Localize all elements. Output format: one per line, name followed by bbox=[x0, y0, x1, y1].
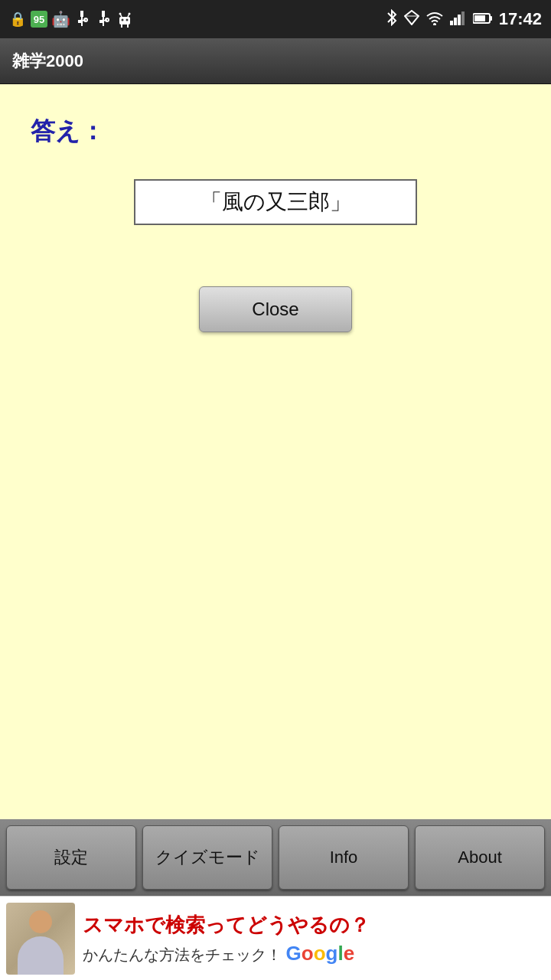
bluetooth-icon bbox=[386, 9, 398, 30]
svg-rect-30 bbox=[490, 16, 492, 21]
ad-content: スマホで検索ってどうやるの？ かんたんな方法をチェック！ Google bbox=[0, 897, 551, 980]
quiz-mode-button[interactable]: クイズモード bbox=[142, 825, 272, 890]
svg-line-11 bbox=[103, 20, 107, 21]
main-content: 答え： 「風の又三郎」 Close bbox=[0, 84, 551, 819]
ad-banner[interactable]: スマホで検索ってどうやるの？ かんたんな方法をチェック！ Google bbox=[0, 896, 551, 980]
wifi-icon bbox=[425, 10, 444, 29]
settings-button[interactable]: 設定 bbox=[6, 825, 136, 890]
answer-box: 「風の又三郎」 bbox=[134, 179, 417, 225]
close-button[interactable]: Close bbox=[199, 286, 352, 332]
diamond-icon bbox=[404, 10, 419, 29]
svg-rect-12 bbox=[119, 17, 130, 24]
svg-point-15 bbox=[122, 19, 124, 21]
android-icon: 🤖 bbox=[52, 11, 69, 28]
svg-rect-24 bbox=[450, 21, 453, 25]
usb2-icon bbox=[95, 11, 112, 28]
app-title: 雑学2000 bbox=[12, 50, 83, 73]
svg-point-19 bbox=[119, 13, 122, 15]
svg-line-5 bbox=[82, 20, 86, 21]
ad-person-image bbox=[6, 903, 75, 975]
ad-subline: かんたんな方法をチェック！ Google bbox=[83, 942, 370, 965]
about-button[interactable]: About bbox=[415, 825, 545, 890]
svg-rect-0 bbox=[80, 11, 83, 17]
svg-rect-27 bbox=[461, 11, 465, 25]
signal-icon bbox=[450, 10, 467, 29]
bottom-nav: 設定 クイズモード Info About bbox=[0, 819, 551, 896]
usb1-icon bbox=[73, 11, 90, 28]
svg-point-16 bbox=[126, 19, 129, 21]
time-display: 17:42 bbox=[499, 9, 542, 29]
android2-icon bbox=[116, 11, 133, 28]
status-icons-right: 17:42 bbox=[386, 9, 542, 30]
info-button[interactable]: Info bbox=[279, 825, 409, 890]
svg-point-23 bbox=[433, 23, 436, 25]
svg-rect-6 bbox=[102, 11, 105, 17]
battery-icon bbox=[473, 11, 493, 28]
title-bar: 雑学2000 bbox=[0, 38, 551, 84]
svg-rect-26 bbox=[458, 15, 461, 25]
google-logo: Google bbox=[286, 942, 355, 965]
svg-rect-25 bbox=[454, 18, 457, 25]
ad-headline: スマホで検索ってどうやるの？ bbox=[83, 912, 370, 939]
status-bar: 🔒 95 🤖 bbox=[0, 0, 551, 38]
status-icons-left: 🔒 95 🤖 bbox=[9, 11, 133, 28]
answer-label: 答え： bbox=[31, 115, 105, 149]
lock-icon: 🔒 bbox=[9, 11, 26, 28]
svg-point-20 bbox=[129, 13, 131, 15]
svg-marker-21 bbox=[405, 11, 419, 24]
svg-rect-29 bbox=[474, 15, 485, 21]
battery-95-icon: 95 bbox=[31, 11, 47, 28]
ad-text-area: スマホで検索ってどうやるの？ かんたんな方法をチェック！ Google bbox=[83, 912, 370, 965]
answer-text: 「風の又三郎」 bbox=[201, 188, 351, 217]
